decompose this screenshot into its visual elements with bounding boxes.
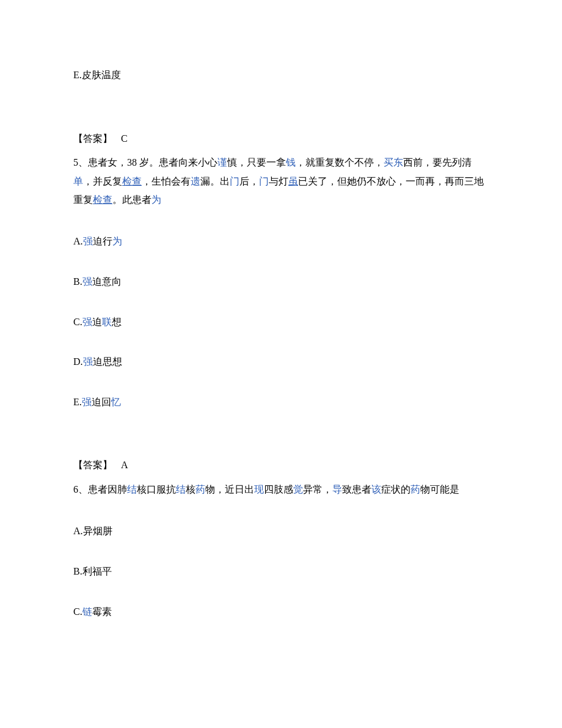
q4-answer: 【答案】 C [73, 131, 489, 147]
q5-option-a: A.强迫行为 [73, 233, 489, 249]
q5-answer: 【答案】 A [73, 457, 489, 473]
q5-option-c: C.强迫联想 [73, 314, 489, 330]
answer-label-text: 【答案】 [73, 460, 112, 470]
q6-option-c: C.链霉素 [73, 604, 489, 620]
q5-text: 5、患者女，38 岁。患者向来小心谨慎，只要一拿钱，就重复数个不停，买东西前，要… [73, 153, 489, 209]
q6-option-a: A.异烟肼 [73, 523, 489, 539]
q5-option-d: D.强迫思想 [73, 354, 489, 370]
q5-option-e: E.强迫回忆 [73, 394, 489, 410]
answer-value: A [121, 460, 128, 470]
q6-text: 6、患者因肺结核口服抗结核药物，近日出现四肢感觉异常，导致患者该症状的药物可能是 [73, 480, 489, 499]
q4-option-e: E.皮肤温度 [73, 67, 489, 83]
answer-label-text: 【答案】 [73, 133, 112, 144]
q6-option-b: B.利福平 [73, 564, 489, 579]
q5-option-b: B.强迫意向 [73, 274, 489, 290]
answer-value: C [121, 133, 128, 144]
